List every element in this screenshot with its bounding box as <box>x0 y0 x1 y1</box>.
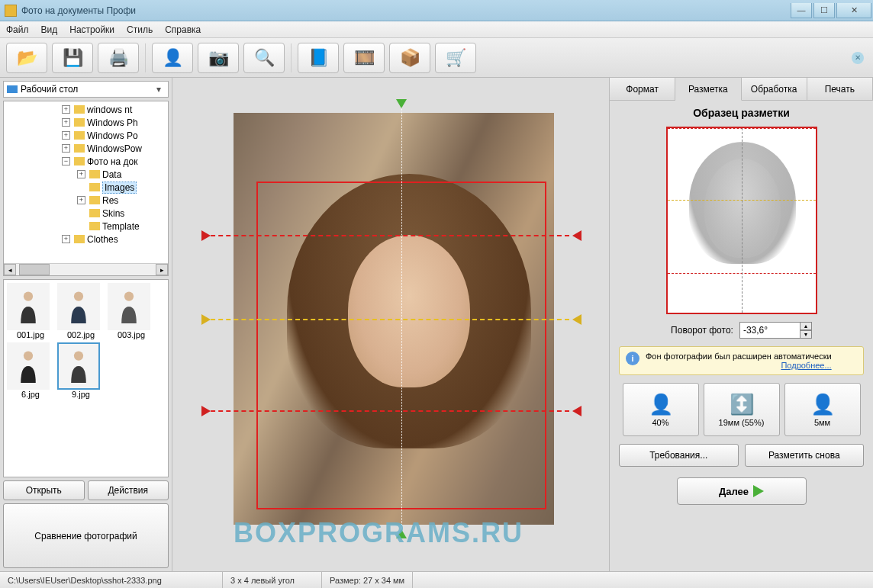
watermark: BOXPROGRAMS.RU <box>234 517 523 549</box>
panel-close-icon[interactable]: ✕ <box>852 52 864 64</box>
svg-point-2 <box>124 291 134 300</box>
handle-red-l2[interactable] <box>201 406 211 416</box>
tb-camera-icon[interactable]: 📷 <box>198 43 239 73</box>
desktop-icon <box>7 85 18 93</box>
tb-update-icon[interactable]: 📦 <box>389 43 430 73</box>
menu-settings[interactable]: Настройки <box>69 24 114 35</box>
arrow-right-icon <box>753 485 764 497</box>
height-icon: ↕️ <box>730 393 754 416</box>
sample-preview <box>666 127 817 314</box>
right-panel: Формат Разметка Обработка Печать Образец… <box>609 78 873 571</box>
info-link[interactable]: Подробнее... <box>781 361 831 370</box>
statusbar: C:\Users\IEUser\Desktop\sshot-2333.png 3… <box>0 571 873 588</box>
tb-help-icon[interactable]: 📘 <box>298 43 339 73</box>
tabs: Формат Разметка Обработка Печать <box>610 78 873 101</box>
open-button[interactable]: Открыть <box>3 480 85 500</box>
guide-chin[interactable] <box>203 410 569 412</box>
rotation-label: Поворот фото: <box>671 325 733 336</box>
close-button[interactable]: ✕ <box>836 3 871 18</box>
guide-top-head[interactable] <box>203 235 569 236</box>
thumb-9[interactable] <box>57 342 100 390</box>
folder-combo[interactable]: Рабочий стол ▾ <box>3 81 169 98</box>
minimize-button[interactable]: — <box>791 3 812 18</box>
tb-print-icon[interactable]: 🖨️ <box>98 43 139 73</box>
folder-combo-label: Рабочий стол <box>21 84 78 95</box>
titlebar: Фото на документы Профи — ☐ ✕ <box>0 0 873 21</box>
tab-format[interactable]: Формат <box>610 78 675 100</box>
menu-help[interactable]: Справка <box>165 24 201 35</box>
requirements-button[interactable]: Требования... <box>619 444 739 467</box>
window-title: Фото на документы Профи <box>21 5 136 16</box>
thumb-001[interactable] <box>7 283 50 330</box>
tab-process[interactable]: Обработка <box>742 78 807 100</box>
tb-search-icon[interactable]: 🔍 <box>243 43 285 73</box>
handle-yel-r[interactable] <box>572 314 581 325</box>
left-panel: Рабочий стол ▾ +windows nt +Windows Ph +… <box>0 78 172 571</box>
spin-down[interactable]: ▼ <box>800 330 812 339</box>
handle-red-r2[interactable] <box>572 406 581 416</box>
tab-print[interactable]: Печать <box>807 78 873 100</box>
status-path: C:\Users\IEUser\Desktop\sshot-2333.png <box>0 572 223 588</box>
status-format: 3 x 4 левый угол <box>223 572 322 588</box>
app-icon <box>5 5 17 17</box>
menu-view[interactable]: Вид <box>41 24 58 35</box>
svg-point-1 <box>74 291 83 300</box>
toolbar: 📂 💾 🖨️ 👤 📷 🔍 📘 🎞️ 📦 🛒 ✕ <box>0 38 873 78</box>
tb-open-icon[interactable]: 📂 <box>6 43 47 73</box>
tb-save-icon[interactable]: 💾 <box>52 43 93 73</box>
param-head-height[interactable]: ↕️19мм (55%) <box>704 383 780 436</box>
thumb-002[interactable] <box>57 283 100 330</box>
compare-button[interactable]: Сравнение фотографий <box>3 503 169 568</box>
tb-video-icon[interactable]: 🎞️ <box>343 43 385 73</box>
chevron-down-icon[interactable]: ▾ <box>153 84 165 95</box>
handle-red-r1[interactable] <box>572 230 581 241</box>
tree-images[interactable]: Images <box>102 182 137 194</box>
rotation-input[interactable]: -33,6° <box>739 322 801 339</box>
sample-title: Образец разметки <box>619 107 864 119</box>
handle-yel-l[interactable] <box>201 314 211 325</box>
thumb-003[interactable] <box>108 283 150 330</box>
tb-cart-icon[interactable]: 🛒 <box>435 43 476 73</box>
svg-point-0 <box>24 291 33 300</box>
guide-eyes[interactable] <box>203 319 569 320</box>
menu-style[interactable]: Стиль <box>127 24 153 35</box>
actions-button[interactable]: Действия <box>88 480 169 500</box>
svg-point-4 <box>74 351 83 360</box>
spin-up[interactable]: ▲ <box>800 322 812 330</box>
canvas-area[interactable]: BOXPROGRAMS.RU <box>172 78 609 571</box>
maximize-button[interactable]: ☐ <box>813 3 835 18</box>
head-icon: 👤 <box>649 393 673 416</box>
handle-red-l1[interactable] <box>201 230 211 241</box>
thumb-6[interactable] <box>7 342 50 390</box>
thumbnail-grid: 001.jpg 002.jpg 003.jpg 6.jpg 9.jpg <box>3 279 169 477</box>
param-head-ratio[interactable]: 👤40% <box>623 383 699 436</box>
status-size: Размер: 27 x 34 мм <box>322 572 413 588</box>
relayout-button[interactable]: Разметить снова <box>745 444 865 467</box>
handle-top[interactable] <box>396 99 407 108</box>
svg-point-3 <box>24 351 33 360</box>
param-top-margin[interactable]: 👤5мм <box>784 383 861 436</box>
next-button[interactable]: Далее <box>677 477 807 505</box>
tab-layout[interactable]: Разметка <box>675 78 741 101</box>
tb-user-icon[interactable]: 👤 <box>152 43 193 73</box>
folder-tree[interactable]: +windows nt +Windows Ph +Windows Po +Win… <box>3 101 169 276</box>
info-icon: i <box>626 352 639 365</box>
menu-file[interactable]: Файл <box>6 24 29 35</box>
info-box: i Фон фотографии был расширен автоматиче… <box>619 346 864 375</box>
menubar: Файл Вид Настройки Стиль Справка <box>0 21 873 38</box>
tree-hscroll[interactable]: ◂▸ <box>4 263 168 275</box>
margin-icon: 👤 <box>810 393 835 416</box>
